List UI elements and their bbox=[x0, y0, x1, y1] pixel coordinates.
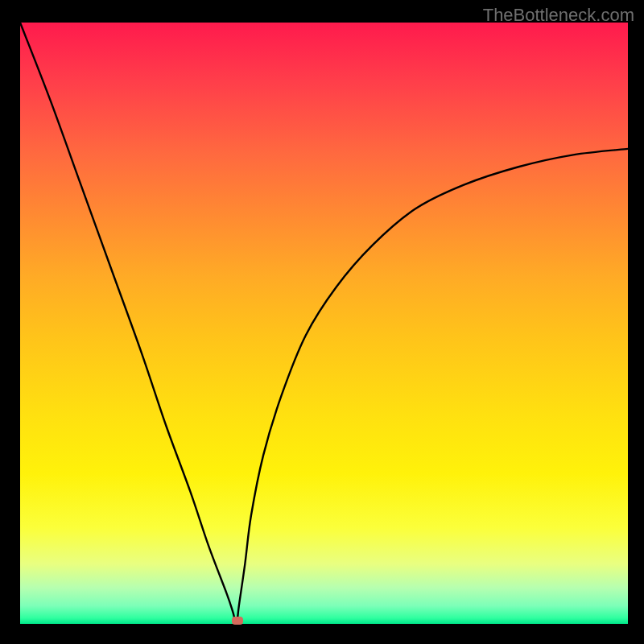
bottleneck-curve bbox=[20, 23, 628, 624]
minimum-marker bbox=[232, 617, 243, 625]
chart-plot-area bbox=[20, 23, 628, 624]
watermark-text: TheBottleneck.com bbox=[483, 5, 634, 26]
